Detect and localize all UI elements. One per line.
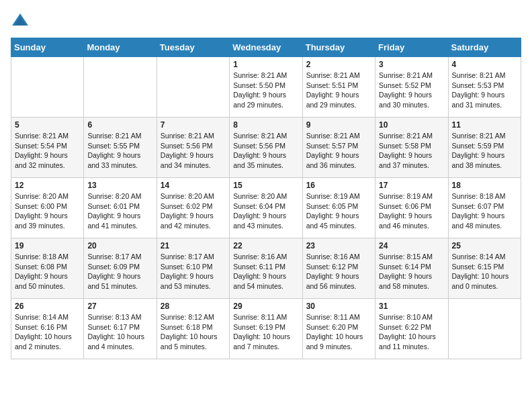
day-number: 29 — [233, 302, 298, 311]
calendar-cell: 8Sunrise: 8:21 AMSunset: 5:56 PMDaylight… — [230, 118, 302, 178]
day-number: 24 — [379, 241, 444, 250]
day-info: Sunrise: 8:12 AMSunset: 6:18 PMDaylight:… — [161, 312, 226, 352]
day-number: 10 — [379, 120, 444, 130]
day-number: 19 — [15, 241, 80, 250]
day-info: Sunrise: 8:19 AMSunset: 6:05 PMDaylight:… — [306, 191, 371, 231]
calendar-cell: 31Sunrise: 8:10 AMSunset: 6:22 PMDayligh… — [375, 299, 448, 359]
calendar-cell: 21Sunrise: 8:17 AMSunset: 6:10 PMDayligh… — [157, 238, 229, 299]
calendar-cell: 11Sunrise: 8:21 AMSunset: 5:59 PMDayligh… — [448, 118, 521, 178]
calendar-cell: 24Sunrise: 8:15 AMSunset: 6:14 PMDayligh… — [375, 238, 448, 299]
day-number: 27 — [87, 302, 152, 311]
day-info: Sunrise: 8:21 AMSunset: 5:59 PMDaylight:… — [452, 131, 517, 171]
day-number: 6 — [87, 120, 152, 130]
calendar-table: SundayMondayTuesdayWednesdayThursdayFrid… — [11, 38, 521, 359]
calendar-cell: 4Sunrise: 8:21 AMSunset: 5:53 PMDaylight… — [448, 57, 521, 118]
calendar-cell: 1Sunrise: 8:21 AMSunset: 5:50 PMDaylight… — [230, 57, 302, 118]
calendar-cell: 5Sunrise: 8:21 AMSunset: 5:54 PMDaylight… — [11, 118, 84, 178]
day-number: 28 — [161, 302, 226, 311]
calendar-cell: 23Sunrise: 8:16 AMSunset: 6:12 PMDayligh… — [302, 238, 375, 299]
calendar-cell: 18Sunrise: 8:18 AMSunset: 6:07 PMDayligh… — [448, 178, 521, 238]
day-info: Sunrise: 8:21 AMSunset: 5:58 PMDaylight:… — [379, 131, 444, 171]
day-info: Sunrise: 8:21 AMSunset: 5:56 PMDaylight:… — [161, 131, 226, 171]
calendar-cell: 17Sunrise: 8:19 AMSunset: 6:06 PMDayligh… — [375, 178, 448, 238]
day-info: Sunrise: 8:17 AMSunset: 6:09 PMDaylight:… — [87, 252, 152, 291]
day-info: Sunrise: 8:16 AMSunset: 6:11 PMDaylight:… — [233, 252, 298, 291]
day-info: Sunrise: 8:21 AMSunset: 5:57 PMDaylight:… — [306, 131, 371, 171]
calendar-week-row: 19Sunrise: 8:18 AMSunset: 6:08 PMDayligh… — [11, 238, 521, 299]
day-number: 4 — [452, 60, 517, 69]
calendar-cell: 15Sunrise: 8:20 AMSunset: 6:04 PMDayligh… — [230, 178, 302, 238]
day-info: Sunrise: 8:15 AMSunset: 6:14 PMDaylight:… — [379, 252, 444, 291]
day-info: Sunrise: 8:11 AMSunset: 6:19 PMDaylight:… — [233, 312, 298, 352]
day-number: 3 — [379, 60, 444, 69]
day-number: 18 — [452, 181, 517, 190]
weekday-header: Thursday — [302, 38, 375, 57]
calendar-cell: 26Sunrise: 8:14 AMSunset: 6:16 PMDayligh… — [11, 299, 84, 359]
day-number: 7 — [161, 120, 226, 130]
day-number: 13 — [87, 181, 152, 190]
calendar-cell: 22Sunrise: 8:16 AMSunset: 6:11 PMDayligh… — [230, 238, 302, 299]
day-number: 22 — [233, 241, 298, 250]
calendar-cell: 7Sunrise: 8:21 AMSunset: 5:56 PMDaylight… — [157, 118, 229, 178]
calendar-cell — [11, 57, 84, 118]
day-number: 15 — [233, 181, 298, 190]
day-number: 11 — [452, 120, 517, 130]
calendar-cell: 12Sunrise: 8:20 AMSunset: 6:00 PMDayligh… — [11, 178, 84, 238]
calendar-cell: 25Sunrise: 8:14 AMSunset: 6:15 PMDayligh… — [448, 238, 521, 299]
weekday-header: Wednesday — [230, 38, 302, 57]
day-info: Sunrise: 8:13 AMSunset: 6:17 PMDaylight:… — [87, 312, 152, 352]
day-info: Sunrise: 8:10 AMSunset: 6:22 PMDaylight:… — [379, 312, 444, 352]
calendar-cell: 14Sunrise: 8:20 AMSunset: 6:02 PMDayligh… — [157, 178, 229, 238]
calendar-week-row: 5Sunrise: 8:21 AMSunset: 5:54 PMDaylight… — [11, 118, 521, 178]
day-number: 17 — [379, 181, 444, 190]
weekday-header: Monday — [84, 38, 157, 57]
calendar-cell — [448, 299, 521, 359]
day-info: Sunrise: 8:20 AMSunset: 6:01 PMDaylight:… — [87, 191, 152, 231]
day-number: 20 — [87, 241, 152, 250]
day-info: Sunrise: 8:16 AMSunset: 6:12 PMDaylight:… — [306, 252, 371, 291]
calendar-cell: 20Sunrise: 8:17 AMSunset: 6:09 PMDayligh… — [84, 238, 157, 299]
day-info: Sunrise: 8:21 AMSunset: 5:56 PMDaylight:… — [233, 131, 298, 171]
calendar-cell: 9Sunrise: 8:21 AMSunset: 5:57 PMDaylight… — [302, 118, 375, 178]
weekday-header-row: SundayMondayTuesdayWednesdayThursdayFrid… — [11, 38, 521, 57]
day-number: 14 — [161, 181, 226, 190]
weekday-header: Sunday — [11, 38, 84, 57]
day-info: Sunrise: 8:21 AMSunset: 5:53 PMDaylight:… — [452, 71, 517, 110]
day-info: Sunrise: 8:19 AMSunset: 6:06 PMDaylight:… — [379, 191, 444, 231]
day-number: 8 — [233, 120, 298, 130]
calendar-week-row: 12Sunrise: 8:20 AMSunset: 6:00 PMDayligh… — [11, 178, 521, 238]
day-info: Sunrise: 8:20 AMSunset: 6:04 PMDaylight:… — [233, 191, 298, 231]
calendar-cell: 28Sunrise: 8:12 AMSunset: 6:18 PMDayligh… — [157, 299, 229, 359]
calendar-week-row: 26Sunrise: 8:14 AMSunset: 6:16 PMDayligh… — [11, 299, 521, 359]
day-info: Sunrise: 8:21 AMSunset: 5:55 PMDaylight:… — [87, 131, 152, 171]
weekday-header: Tuesday — [157, 38, 229, 57]
day-info: Sunrise: 8:11 AMSunset: 6:20 PMDaylight:… — [306, 312, 371, 352]
day-info: Sunrise: 8:21 AMSunset: 5:50 PMDaylight:… — [233, 71, 298, 110]
day-info: Sunrise: 8:14 AMSunset: 6:15 PMDaylight:… — [452, 252, 517, 291]
weekday-header: Friday — [375, 38, 448, 57]
calendar-week-row: 1Sunrise: 8:21 AMSunset: 5:50 PMDaylight… — [11, 57, 521, 118]
day-info: Sunrise: 8:21 AMSunset: 5:54 PMDaylight:… — [15, 131, 80, 171]
day-info: Sunrise: 8:14 AMSunset: 6:16 PMDaylight:… — [15, 312, 80, 352]
day-number: 21 — [161, 241, 226, 250]
day-number: 16 — [306, 181, 371, 190]
day-number: 30 — [306, 302, 371, 311]
weekday-header: Saturday — [448, 38, 521, 57]
calendar-cell: 6Sunrise: 8:21 AMSunset: 5:55 PMDaylight… — [84, 118, 157, 178]
day-info: Sunrise: 8:18 AMSunset: 6:08 PMDaylight:… — [15, 252, 80, 291]
day-number: 12 — [15, 181, 80, 190]
day-number: 2 — [306, 60, 371, 69]
calendar-cell: 30Sunrise: 8:11 AMSunset: 6:20 PMDayligh… — [302, 299, 375, 359]
day-number: 26 — [15, 302, 80, 311]
calendar-cell: 10Sunrise: 8:21 AMSunset: 5:58 PMDayligh… — [375, 118, 448, 178]
logo-icon — [11, 11, 30, 30]
day-number: 23 — [306, 241, 371, 250]
day-number: 5 — [15, 120, 80, 130]
calendar-cell — [84, 57, 157, 118]
day-number: 31 — [379, 302, 444, 311]
calendar-cell: 16Sunrise: 8:19 AMSunset: 6:05 PMDayligh… — [302, 178, 375, 238]
day-number: 9 — [306, 120, 371, 130]
calendar-cell: 2Sunrise: 8:21 AMSunset: 5:51 PMDaylight… — [302, 57, 375, 118]
page-header — [11, 11, 521, 30]
day-info: Sunrise: 8:20 AMSunset: 6:00 PMDaylight:… — [15, 191, 80, 231]
